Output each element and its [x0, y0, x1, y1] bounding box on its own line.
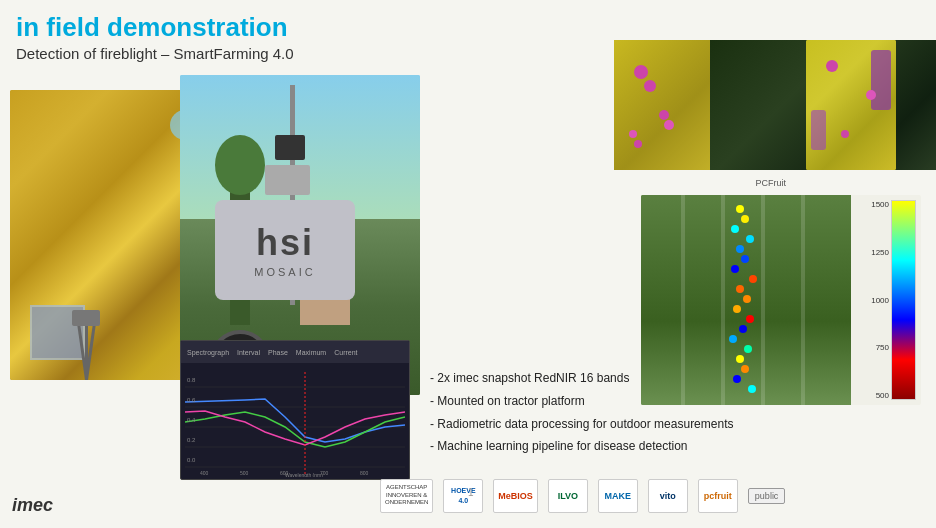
slide: in field demonstration Detection of fire… — [0, 0, 936, 528]
bullet-2: - Mounted on tractor platform — [430, 393, 733, 410]
colorbar-label-1500: 1500 — [871, 200, 889, 209]
logo-pcfruit-bottom: pcfruit — [698, 479, 738, 513]
chart-svg: 0.8 0.6 0.4 0.2 0.0 400 500 600 700 800 … — [185, 367, 405, 477]
photo-foliage-1 — [614, 40, 704, 170]
imec-logo-text: imec — [12, 495, 53, 515]
colorbar-label-500: 500 — [871, 391, 889, 400]
logos-bar: AGENTSCHAPINNOVEREN &ONDERNEMEN HOEVE4.0… — [380, 473, 926, 518]
svg-text:0.6: 0.6 — [187, 397, 196, 403]
chart-label-maximum: Maximum — [296, 349, 326, 356]
spectrograph-chart: Spectrograph Interval Phase Maximum Curr… — [180, 340, 410, 480]
chart-label-phase: Phase — [268, 349, 288, 356]
svg-text:800: 800 — [360, 470, 369, 476]
page-subtitle: Detection of fireblight – SmartFarming 4… — [16, 45, 294, 62]
pcfruit-caption: PCFruit — [755, 178, 786, 188]
svg-text:400: 400 — [200, 470, 209, 476]
mosaic-text: MOSAIC — [254, 266, 315, 278]
svg-text:0.8: 0.8 — [187, 377, 196, 383]
colorbar — [891, 200, 916, 400]
svg-text:0.0: 0.0 — [187, 457, 196, 463]
public-badge: public — [748, 488, 786, 504]
photo-foliage-2 — [710, 40, 800, 170]
logo-ilvo: ILVO — [548, 479, 588, 513]
bullet-4: - Machine learning pipeline for disease … — [430, 438, 733, 455]
logo-agentschap: AGENTSCHAPINNOVEREN &ONDERNEMEN — [380, 479, 433, 513]
svg-text:Wavelength (nm): Wavelength (nm) — [285, 472, 323, 477]
logo-vito: vito — [648, 479, 688, 513]
page-title: in field demonstration — [16, 12, 294, 43]
colorbar-label-750: 750 — [871, 343, 889, 352]
logo-smartfarm: HOEVE4.0 — [443, 479, 483, 513]
top-right-photo-group — [614, 40, 896, 170]
hsi-text: hsi — [256, 222, 314, 264]
chart-label-spectrograph: Spectrograph — [187, 349, 229, 356]
chart-header: Spectrograph Interval Phase Maximum Curr… — [181, 341, 409, 363]
logo-make: MAKE — [598, 479, 638, 513]
bullet-3: - Radiometric data processing for outdoo… — [430, 416, 733, 433]
imec-brand: imec — [12, 495, 53, 516]
chart-label-interval: Interval — [237, 349, 260, 356]
svg-text:0.4: 0.4 — [187, 417, 196, 423]
colorbar-label-1000: 1000 — [871, 296, 889, 305]
hsi-mosaic-logo: hsi MOSAIC — [215, 200, 355, 300]
header: in field demonstration Detection of fire… — [16, 12, 294, 62]
svg-text:0.2: 0.2 — [187, 437, 196, 443]
colorbar-label-1250: 1250 — [871, 248, 889, 257]
chart-area: 0.8 0.6 0.4 0.2 0.0 400 500 600 700 800 … — [181, 363, 409, 480]
bullet-1: - 2x imec snapshot RedNIR 16 bands — [430, 370, 733, 387]
page-number: 1 — [468, 487, 474, 498]
colorbar-labels: 1500 1250 1000 750 500 — [871, 200, 889, 400]
svg-text:500: 500 — [240, 470, 249, 476]
bullet-list: - 2x imec snapshot RedNIR 16 bands - Mou… — [430, 370, 733, 461]
photo-foliage-3 — [806, 40, 896, 170]
chart-label-current: Current — [334, 349, 357, 356]
logo-mebios: MeBIOS — [493, 479, 538, 513]
